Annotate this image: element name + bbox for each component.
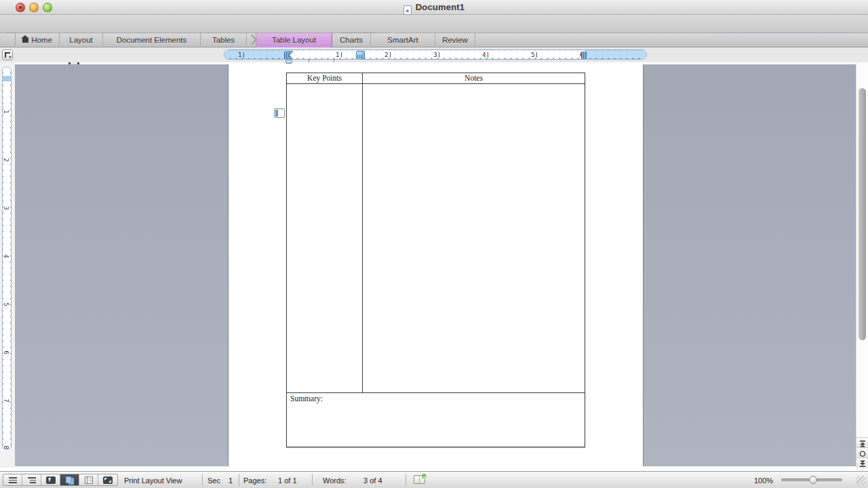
notes-header-cell[interactable]: Notes xyxy=(363,73,585,83)
section-label: Sec xyxy=(208,476,220,485)
publishing-layout-view-button[interactable] xyxy=(41,474,60,485)
words-value[interactable]: 3 of 4 xyxy=(363,476,382,485)
ruler-number: 8 xyxy=(3,445,9,449)
outline-view-button[interactable] xyxy=(22,474,41,485)
tab-smartart[interactable]: SmartArt xyxy=(371,33,435,47)
zoom-slider[interactable] xyxy=(781,479,842,481)
vertical-ruler[interactable]: 1 2 3 4 5 6 7 8 xyxy=(2,66,12,450)
print-layout-icon xyxy=(66,476,71,483)
left-indent-marker[interactable] xyxy=(285,60,292,64)
ruler-number: 2 xyxy=(384,52,391,58)
table-row-marker[interactable] xyxy=(3,76,11,81)
summary-cell[interactable]: Summary: xyxy=(287,392,585,447)
tab-label: Document Elements xyxy=(117,36,187,44)
focus-view-icon xyxy=(103,476,113,484)
zoom-slider-thumb[interactable] xyxy=(809,476,817,484)
tab-label: Tables xyxy=(212,36,235,44)
contextual-tab-chevron-icon xyxy=(247,33,256,47)
ruler-number: 1 xyxy=(3,110,9,113)
focus-view-button[interactable] xyxy=(98,474,117,485)
status-separator xyxy=(239,474,239,486)
tab-label: Review xyxy=(442,36,468,44)
home-icon xyxy=(22,39,28,43)
tab-label: Charts xyxy=(340,36,363,44)
window-title: Document1 xyxy=(416,2,465,12)
move-table-column-marker[interactable] xyxy=(356,51,365,60)
tab-label: SmartArt xyxy=(387,36,418,44)
previous-page-button[interactable] xyxy=(856,437,868,447)
tab-layout[interactable]: Layout xyxy=(60,33,103,47)
ruler-number: 4 xyxy=(3,254,9,258)
tab-label: Home xyxy=(31,36,52,44)
document-table[interactable]: Key Points Notes Summary: xyxy=(286,73,585,447)
document-icon: a xyxy=(403,5,412,15)
scrollbar-thumb[interactable] xyxy=(859,88,866,340)
next-page-button[interactable] xyxy=(856,458,868,468)
key-points-header-cell[interactable]: Key Points xyxy=(287,73,363,83)
tab-stop-tick xyxy=(309,60,309,62)
notes-cell[interactable] xyxy=(363,84,585,392)
status-separator xyxy=(406,474,406,486)
title-bar: aDocument1 xyxy=(0,0,868,15)
section-value: 1 xyxy=(229,476,233,485)
view-switcher xyxy=(3,474,118,486)
view-mode-label[interactable]: Print Layout View xyxy=(124,476,182,485)
window-title-group: aDocument1 xyxy=(0,2,868,15)
page-down-icon xyxy=(859,460,866,468)
summary-label: Summary: xyxy=(290,394,323,403)
first-line-indent-marker[interactable] xyxy=(287,51,294,55)
browse-object-icon xyxy=(859,450,866,458)
ruler-number: 5 xyxy=(3,302,9,306)
tab-label: Table Layout xyxy=(272,36,316,44)
ruler-number: 1 xyxy=(238,52,244,58)
word-window: aDocument1 ✂ ↶ ↷ ¶ ♪ 100% ? xyxy=(0,0,868,488)
ruler-ticks xyxy=(3,67,11,449)
ruler-number: 4 xyxy=(482,52,488,58)
tab-tables[interactable]: Tables xyxy=(201,33,247,47)
draft-view-icon xyxy=(9,477,17,483)
outline-view-icon xyxy=(28,477,36,483)
cursor-icon xyxy=(48,478,52,483)
ruler-number: 1 xyxy=(336,52,342,58)
ruler-number: 6 xyxy=(3,350,9,354)
standard-toolbar: ✂ ↶ ↷ ¶ ♪ 100% ? xyxy=(0,15,868,33)
tab-document-elements[interactable]: Document Elements xyxy=(103,33,201,47)
tab-label: Layout xyxy=(69,36,93,44)
words-label[interactable]: Words: xyxy=(323,476,347,485)
ruler-number: 3 xyxy=(3,206,9,209)
tab-stop-selector-button[interactable] xyxy=(2,49,13,60)
tab-charts[interactable]: Charts xyxy=(332,33,371,47)
status-separator xyxy=(312,474,313,486)
print-layout-view-button[interactable] xyxy=(60,474,79,485)
notebook-layout-icon xyxy=(85,476,93,484)
ruler-number: 2 xyxy=(3,158,9,161)
ruler-number: 5 xyxy=(531,52,537,58)
pages-value: 1 of 1 xyxy=(278,476,297,485)
table-header-row: Key Points Notes xyxy=(287,73,585,84)
status-separator xyxy=(202,474,203,486)
ruler-number: 7 xyxy=(3,399,9,402)
spelling-ok-badge xyxy=(421,473,427,479)
tab-stop-tick xyxy=(334,60,334,62)
select-browse-object-button[interactable] xyxy=(856,447,868,458)
ribbon-tab-bar: Home Layout Document Elements Tables Tab… xyxy=(0,33,868,47)
column-boundary-marker[interactable] xyxy=(581,52,587,59)
table-body-row xyxy=(287,84,585,392)
zoom-percent-label: 100% xyxy=(754,476,773,485)
outside-page-area xyxy=(15,64,229,466)
notebook-layout-view-button[interactable] xyxy=(79,474,98,485)
ribbon-tabs: Home Layout Document Elements Tables Tab… xyxy=(15,33,475,47)
window-resize-grip[interactable] xyxy=(856,476,866,485)
page-layout-view-button[interactable] xyxy=(274,108,285,118)
tab-table-layout[interactable]: Table Layout xyxy=(256,33,332,47)
horizontal-ruler[interactable]: 1 1 2 3 4 5 6 xyxy=(224,49,647,60)
tab-home[interactable]: Home xyxy=(15,33,60,47)
vertical-scrollbar[interactable] xyxy=(856,62,868,468)
page-up-icon xyxy=(859,440,866,447)
publishing-layout-icon xyxy=(46,476,56,484)
spelling-status-icon[interactable] xyxy=(414,475,425,484)
draft-view-button[interactable] xyxy=(3,474,22,485)
music-note-icon: ♪ xyxy=(323,128,326,135)
status-bar: Print Layout View Sec 1 Pages: 1 of 1 Wo… xyxy=(0,471,868,488)
tab-review[interactable]: Review xyxy=(435,33,475,47)
